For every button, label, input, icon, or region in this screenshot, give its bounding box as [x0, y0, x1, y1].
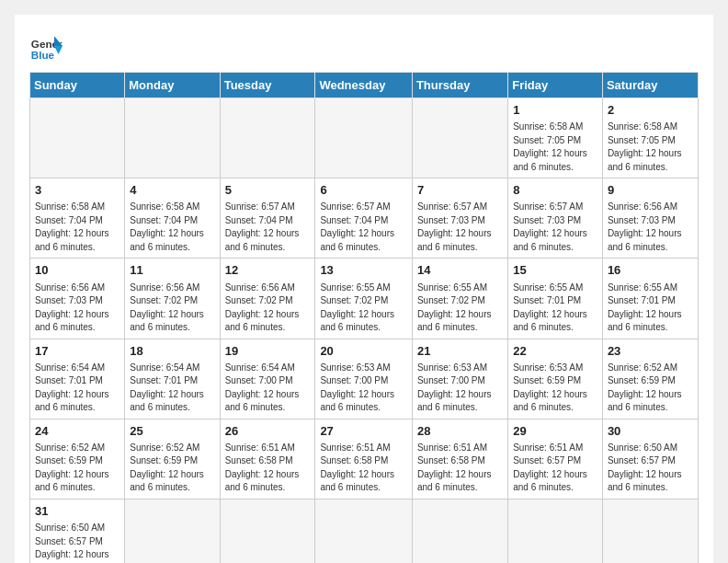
weekday-header-friday: Friday [508, 73, 603, 98]
day-info: Sunrise: 6:57 AM Sunset: 7:04 PM Dayligh… [225, 201, 311, 254]
svg-text:Blue: Blue [31, 49, 55, 61]
day-number: 16 [608, 262, 693, 279]
calendar-cell: 11Sunrise: 6:56 AM Sunset: 7:02 PM Dayli… [125, 259, 220, 339]
calendar-cell: 22Sunrise: 6:53 AM Sunset: 6:59 PM Dayli… [508, 339, 603, 419]
calendar-cell: 21Sunrise: 6:53 AM Sunset: 7:00 PM Dayli… [412, 339, 507, 419]
logo: General Blue [29, 29, 63, 63]
day-info: Sunrise: 6:50 AM Sunset: 6:57 PM Dayligh… [608, 442, 693, 495]
day-number: 1 [513, 102, 597, 119]
calendar-cell: 9Sunrise: 6:56 AM Sunset: 7:03 PM Daylig… [602, 178, 698, 259]
day-info: Sunrise: 6:55 AM Sunset: 7:02 PM Dayligh… [320, 282, 407, 335]
day-number: 3 [35, 182, 119, 199]
day-info: Sunrise: 6:53 AM Sunset: 7:00 PM Dayligh… [417, 362, 503, 415]
day-info: Sunrise: 6:51 AM Sunset: 6:58 PM Dayligh… [417, 442, 503, 495]
day-number: 31 [35, 503, 119, 520]
calendar-cell: 20Sunrise: 6:53 AM Sunset: 7:00 PM Dayli… [315, 339, 413, 419]
day-info: Sunrise: 6:56 AM Sunset: 7:03 PM Dayligh… [35, 282, 119, 335]
calendar-table: SundayMondayTuesdayWednesdayThursdayFrid… [29, 72, 699, 563]
calendar-cell [602, 499, 698, 563]
day-number: 15 [513, 262, 597, 279]
day-info: Sunrise: 6:57 AM Sunset: 7:03 PM Dayligh… [417, 201, 503, 254]
day-info: Sunrise: 6:51 AM Sunset: 6:57 PM Dayligh… [513, 442, 597, 495]
calendar-week-1: 3Sunrise: 6:58 AM Sunset: 7:04 PM Daylig… [30, 178, 699, 259]
calendar-cell: 31Sunrise: 6:50 AM Sunset: 6:57 PM Dayli… [30, 499, 125, 563]
weekday-header-row: SundayMondayTuesdayWednesdayThursdayFrid… [30, 73, 699, 98]
calendar-cell: 17Sunrise: 6:54 AM Sunset: 7:01 PM Dayli… [30, 339, 125, 419]
calendar-cell: 5Sunrise: 6:57 AM Sunset: 7:04 PM Daylig… [220, 178, 315, 259]
weekday-header-thursday: Thursday [412, 73, 507, 98]
weekday-header-wednesday: Wednesday [315, 73, 413, 98]
calendar-week-0: 1Sunrise: 6:58 AM Sunset: 7:05 PM Daylig… [30, 98, 699, 178]
day-number: 14 [417, 262, 503, 279]
day-info: Sunrise: 6:55 AM Sunset: 7:01 PM Dayligh… [513, 282, 597, 335]
calendar-cell [412, 98, 507, 178]
day-number: 22 [513, 343, 597, 360]
day-number: 21 [417, 343, 503, 360]
day-number: 10 [35, 262, 119, 279]
calendar-cell: 8Sunrise: 6:57 AM Sunset: 7:03 PM Daylig… [508, 178, 603, 259]
day-info: Sunrise: 6:52 AM Sunset: 6:59 PM Dayligh… [35, 442, 119, 495]
day-info: Sunrise: 6:56 AM Sunset: 7:03 PM Dayligh… [608, 201, 693, 254]
calendar-cell: 29Sunrise: 6:51 AM Sunset: 6:57 PM Dayli… [508, 419, 603, 499]
day-info: Sunrise: 6:57 AM Sunset: 7:04 PM Dayligh… [320, 201, 407, 254]
calendar-cell: 3Sunrise: 6:58 AM Sunset: 7:04 PM Daylig… [30, 178, 125, 259]
day-info: Sunrise: 6:53 AM Sunset: 6:59 PM Dayligh… [513, 362, 597, 415]
weekday-header-saturday: Saturday [602, 73, 698, 98]
day-number: 17 [35, 343, 119, 360]
day-number: 19 [225, 343, 311, 360]
calendar-cell: 30Sunrise: 6:50 AM Sunset: 6:57 PM Dayli… [602, 419, 698, 499]
calendar-week-4: 24Sunrise: 6:52 AM Sunset: 6:59 PM Dayli… [30, 419, 699, 499]
calendar-cell: 18Sunrise: 6:54 AM Sunset: 7:01 PM Dayli… [125, 339, 220, 419]
calendar-cell: 4Sunrise: 6:58 AM Sunset: 7:04 PM Daylig… [125, 178, 220, 259]
day-info: Sunrise: 6:51 AM Sunset: 6:58 PM Dayligh… [320, 442, 407, 495]
svg-marker-3 [54, 46, 63, 54]
day-number: 7 [417, 182, 503, 199]
weekday-header-tuesday: Tuesday [220, 73, 315, 98]
weekday-header-monday: Monday [125, 73, 220, 98]
logo-icon: General Blue [29, 29, 63, 63]
calendar-cell: 24Sunrise: 6:52 AM Sunset: 6:59 PM Dayli… [30, 419, 125, 499]
calendar-cell: 23Sunrise: 6:52 AM Sunset: 6:59 PM Dayli… [602, 339, 698, 419]
calendar-cell: 26Sunrise: 6:51 AM Sunset: 6:58 PM Dayli… [220, 419, 315, 499]
day-info: Sunrise: 6:55 AM Sunset: 7:01 PM Dayligh… [608, 282, 693, 335]
day-info: Sunrise: 6:57 AM Sunset: 7:03 PM Dayligh… [513, 201, 597, 254]
day-number: 23 [608, 343, 693, 360]
calendar-body: 1Sunrise: 6:58 AM Sunset: 7:05 PM Daylig… [30, 98, 699, 564]
calendar-cell: 2Sunrise: 6:58 AM Sunset: 7:05 PM Daylig… [602, 98, 698, 178]
calendar-cell: 28Sunrise: 6:51 AM Sunset: 6:58 PM Dayli… [412, 419, 507, 499]
calendar-cell [220, 499, 315, 563]
calendar-cell [315, 98, 413, 178]
calendar-cell: 6Sunrise: 6:57 AM Sunset: 7:04 PM Daylig… [315, 178, 413, 259]
day-number: 18 [130, 343, 214, 360]
day-number: 28 [417, 423, 503, 440]
calendar-cell: 25Sunrise: 6:52 AM Sunset: 6:59 PM Dayli… [125, 419, 220, 499]
calendar-cell [125, 98, 220, 178]
day-info: Sunrise: 6:58 AM Sunset: 7:04 PM Dayligh… [35, 201, 119, 254]
day-number: 11 [130, 262, 214, 279]
day-number: 13 [320, 262, 407, 279]
day-number: 8 [513, 182, 597, 199]
calendar-cell: 16Sunrise: 6:55 AM Sunset: 7:01 PM Dayli… [602, 259, 698, 339]
day-number: 25 [130, 423, 214, 440]
day-info: Sunrise: 6:52 AM Sunset: 6:59 PM Dayligh… [608, 362, 693, 415]
day-info: Sunrise: 6:55 AM Sunset: 7:02 PM Dayligh… [417, 282, 503, 335]
day-number: 12 [225, 262, 311, 279]
day-info: Sunrise: 6:53 AM Sunset: 7:00 PM Dayligh… [320, 362, 407, 415]
calendar-cell: 10Sunrise: 6:56 AM Sunset: 7:03 PM Dayli… [30, 259, 125, 339]
calendar-cell [508, 499, 603, 563]
calendar-cell: 13Sunrise: 6:55 AM Sunset: 7:02 PM Dayli… [315, 259, 413, 339]
weekday-header-sunday: Sunday [30, 73, 125, 98]
day-info: Sunrise: 6:56 AM Sunset: 7:02 PM Dayligh… [225, 282, 311, 335]
calendar-cell [315, 499, 413, 563]
calendar-week-2: 10Sunrise: 6:56 AM Sunset: 7:03 PM Dayli… [30, 259, 699, 339]
calendar-week-3: 17Sunrise: 6:54 AM Sunset: 7:01 PM Dayli… [30, 339, 699, 419]
calendar-cell [412, 499, 507, 563]
day-number: 27 [320, 423, 407, 440]
day-number: 2 [608, 102, 693, 119]
day-number: 20 [320, 343, 407, 360]
day-info: Sunrise: 6:52 AM Sunset: 6:59 PM Dayligh… [130, 442, 214, 495]
header: General Blue [29, 29, 699, 63]
calendar-cell: 14Sunrise: 6:55 AM Sunset: 7:02 PM Dayli… [412, 259, 507, 339]
calendar-cell: 1Sunrise: 6:58 AM Sunset: 7:05 PM Daylig… [508, 98, 603, 178]
calendar-cell: 12Sunrise: 6:56 AM Sunset: 7:02 PM Dayli… [220, 259, 315, 339]
